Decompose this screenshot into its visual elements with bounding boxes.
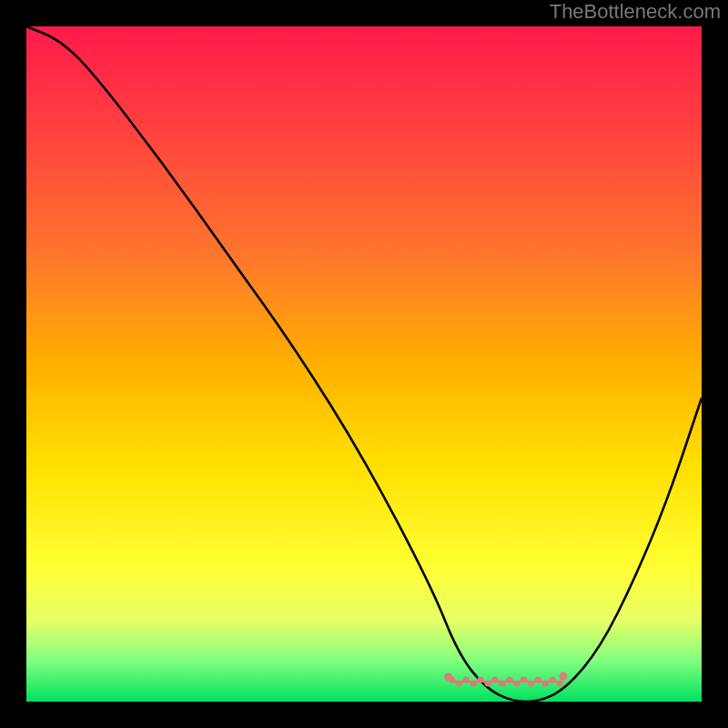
watermark-text: TheBottleneck.com [550, 0, 721, 24]
marker-dot [470, 680, 477, 686]
chart-container: TheBottleneck.com [0, 0, 728, 728]
marker-dot [542, 680, 549, 686]
marker-dot [506, 676, 512, 682]
marker-dot [499, 680, 505, 686]
plot-area [26, 26, 702, 702]
marker-dot [557, 680, 563, 686]
marker-dot [478, 676, 484, 682]
marker-dot [484, 680, 490, 686]
marker-dot [528, 680, 534, 686]
marker-dot [463, 676, 470, 682]
marker-band [444, 672, 567, 687]
marker-dot [513, 680, 520, 686]
bottleneck-curve [26, 26, 702, 702]
marker-dot [521, 676, 527, 682]
marker-dot [550, 676, 556, 682]
marker-dot [456, 680, 462, 686]
marker-end-dot [559, 672, 567, 681]
marker-dot [491, 676, 498, 682]
marker-dot [535, 676, 541, 682]
curve-svg [26, 26, 702, 702]
marker-end-dot [444, 673, 452, 682]
